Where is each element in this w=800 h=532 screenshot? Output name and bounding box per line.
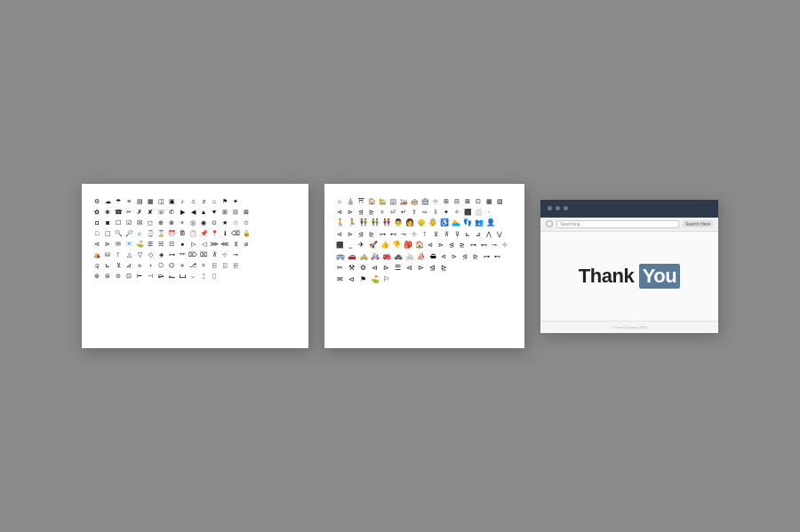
icon: ⬛ <box>463 207 472 216</box>
icon: ⚐ <box>381 274 391 284</box>
icon: ⊾ <box>463 229 472 238</box>
icon: 👫 <box>358 218 368 227</box>
icon: ☏ <box>156 207 165 216</box>
icon: ⊾ <box>103 260 112 269</box>
icon: 👥 <box>474 218 484 227</box>
icon: ◎ <box>188 218 197 226</box>
icon: 🚑 <box>370 251 380 261</box>
icon: ⛵ <box>416 251 426 261</box>
icon: ⛳ <box>370 274 380 284</box>
icon: 🚌 <box>335 251 345 261</box>
icon: ⊵ <box>471 252 480 261</box>
you-word: You <box>639 264 680 289</box>
icon: ⊜ <box>103 271 112 280</box>
icon: ⋙ <box>210 239 219 248</box>
icon: 🏠 <box>367 196 376 205</box>
icon: ⏎ <box>388 207 397 216</box>
icon: 🚀 <box>368 240 378 250</box>
icon: ♪ <box>178 196 187 205</box>
icon: ⊺ <box>114 250 123 258</box>
icon: ◈ <box>156 250 165 258</box>
icon: ⊵ <box>439 263 449 273</box>
icon: ✂ <box>124 207 133 216</box>
icon: ⊞ <box>442 196 451 205</box>
icon: ⊙ <box>210 218 219 226</box>
icon: ⊳ <box>346 207 355 216</box>
icon: ⎇ <box>188 260 197 269</box>
icon: ⛳ <box>135 239 144 248</box>
icon: ☐ <box>114 218 123 226</box>
icon: ⊳ <box>381 263 391 273</box>
icon: ⊡ <box>474 196 483 205</box>
icon: ◘ <box>92 218 101 226</box>
icon: ⊻ <box>431 229 440 238</box>
icon: 👤 <box>485 218 495 227</box>
icon: ⊵ <box>458 241 467 250</box>
icon: ⚑ <box>220 196 229 205</box>
icon: ⊗ <box>167 218 176 226</box>
icon: ☑ <box>124 218 133 226</box>
icon: 👴 <box>416 218 426 227</box>
icon: 🚗 <box>347 251 356 261</box>
icon: 👭 <box>381 218 391 227</box>
icon: ⊴ <box>356 207 365 216</box>
icon: ⛺ <box>92 250 101 258</box>
icon: ⊳ <box>436 241 445 250</box>
icon: ☆ <box>231 218 240 226</box>
icon: 📋 <box>188 228 197 237</box>
icon: ⊶ <box>468 241 477 250</box>
icon: ⌷ <box>210 271 219 280</box>
icon: ⊼ <box>442 229 451 238</box>
icon: ⌸ <box>210 260 219 269</box>
icon: ⊲ <box>426 241 435 250</box>
icon: ⌲ <box>156 271 165 280</box>
icon: ⊹ <box>431 196 440 205</box>
icon: 👣 <box>462 218 472 227</box>
icon: ▲ <box>199 207 208 216</box>
icon: ◇ <box>146 250 155 258</box>
icon: ⊷ <box>492 252 501 261</box>
icon: ◁ <box>199 239 208 248</box>
icon: 🏣 <box>399 196 408 205</box>
icon: ✗ <box>135 207 144 216</box>
icon: ☰ <box>146 239 155 248</box>
icon: ⊲ <box>439 252 448 261</box>
icon: ⌦ <box>188 250 197 258</box>
icon: ☂ <box>114 196 123 205</box>
footer-copyright: © Free Company 2019 <box>612 325 648 330</box>
icon: ✂ <box>335 263 345 273</box>
icon: ⌵ <box>188 271 197 280</box>
icon: 🔍 <box>114 228 123 237</box>
icon: ◫ <box>156 196 165 205</box>
icon: ✉ <box>114 239 123 248</box>
icon: ▢ <box>103 228 112 237</box>
icon: ⌾ <box>135 260 144 269</box>
icon: ✆ <box>167 207 176 216</box>
icon: ▶ <box>178 207 187 216</box>
icon: ⌖ <box>178 218 187 226</box>
thank-you-heading: Thank You <box>579 264 680 289</box>
icon: ⇨ <box>420 207 429 216</box>
icon: ⊶ <box>378 229 387 238</box>
icon: ✿ <box>92 207 101 216</box>
icon: ◀ <box>188 207 197 216</box>
icon: 👵 <box>428 218 437 227</box>
icon: ⎔ <box>156 260 165 269</box>
icon: ⋁ <box>495 229 504 238</box>
icon: ▦ <box>484 196 493 205</box>
icon: ≡ <box>124 196 133 205</box>
icon: ⌗ <box>378 207 387 216</box>
header-dot-3 <box>564 206 568 210</box>
icon: ● <box>178 239 187 248</box>
icon: ⚙ <box>358 263 368 273</box>
icon: ⏰ <box>167 228 176 237</box>
icon: ⍯ <box>231 260 240 269</box>
icon: ⊽ <box>452 229 461 238</box>
icon: ⊴ <box>447 241 456 250</box>
toolbar-action-btn: Search Here <box>683 220 713 227</box>
icon: ⌫ <box>231 228 240 237</box>
icon: ▽ <box>135 250 144 258</box>
icon: ⊹ <box>220 250 229 258</box>
icon: ⊳ <box>346 229 355 238</box>
icon: ⊵ <box>367 229 376 238</box>
